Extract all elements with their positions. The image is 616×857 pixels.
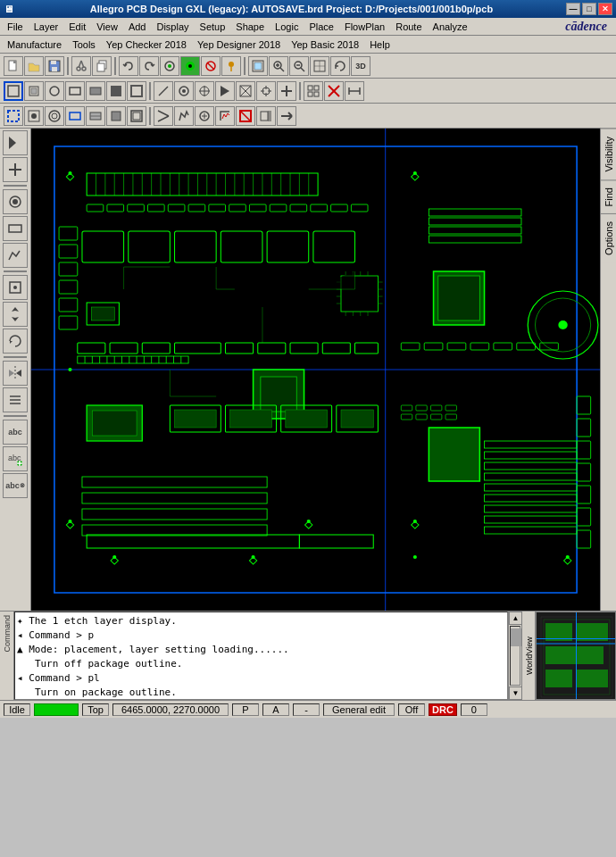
tb2-hollow[interactable] [127,81,146,101]
menu-place[interactable]: Place [304,20,339,34]
menu-yep-designer[interactable]: Yep Designer 2018 [192,37,286,52]
tb-zoom-fit[interactable] [248,56,268,76]
tb-zoom-out[interactable] [289,56,309,76]
tb3-btn5[interactable] [86,106,105,126]
tb3-btn3[interactable] [45,106,64,126]
tb-cut[interactable] [71,56,91,76]
tb2-target[interactable] [195,81,214,101]
minimap[interactable] [536,612,616,700]
tb2-delete[interactable] [324,81,344,101]
tb-new[interactable] [4,56,23,76]
tb3-btn13[interactable] [236,106,255,126]
maximize-button[interactable]: □ [582,3,596,15]
tb-copy[interactable] [92,56,112,76]
tb-refresh[interactable] [160,56,179,76]
tb3-btn6[interactable] [106,106,126,126]
close-button[interactable]: ✕ [598,3,612,15]
lt-pad[interactable] [3,216,28,241]
tb2-select[interactable] [4,81,23,101]
lt-add-text[interactable]: abc [3,446,28,471]
tb2-via[interactable] [174,81,194,101]
svg-point-11 [168,64,171,68]
status-idle: Idle [4,703,30,716]
menu-setup[interactable]: Setup [195,20,231,34]
tb2-dimension[interactable] [345,81,364,101]
tb2-crosshair[interactable] [256,81,276,101]
menu-manufacture[interactable]: Manufacture [2,37,67,52]
tb3-btn14[interactable] [256,106,276,126]
lt-route[interactable] [3,243,28,268]
tb3-btn4[interactable] [65,106,85,126]
tb2-play[interactable] [215,81,235,101]
menu-tools[interactable]: Tools [67,37,101,52]
tb2-line[interactable] [154,81,173,101]
menu-layer[interactable]: Layer [29,20,64,34]
console-line-5: ◂ Command > pl [17,671,505,686]
lt-spread[interactable] [3,387,28,412]
lt-arrow[interactable] [3,130,28,155]
tb2-circle[interactable] [45,81,64,101]
tb-highlight[interactable] [180,56,200,76]
tb3-btn15[interactable] [277,106,296,126]
tb2-rect2[interactable] [65,81,85,101]
tb-open[interactable] [24,56,44,76]
menu-logic[interactable]: Logic [270,20,304,34]
tab-visibility[interactable]: Visibility [601,129,616,179]
tab-options[interactable]: Options [601,213,616,262]
menu-shape[interactable]: Shape [230,20,270,34]
tb3-btn11[interactable] [195,106,214,126]
tb-dehighlight[interactable] [201,56,221,76]
lt-text[interactable]: abc [3,420,28,445]
tb3-select2[interactable] [4,106,23,126]
tb3-btn12[interactable] [215,106,235,126]
pcb-canvas-area[interactable] [31,129,600,611]
tb2-rect3[interactable] [86,81,105,101]
menu-display[interactable]: Display [151,20,194,34]
lt-rotate-2[interactable] [3,329,28,354]
lt-via[interactable] [3,189,28,214]
menu-yep-basic[interactable]: Yep Basic 2018 [286,37,364,52]
scroll-down[interactable]: ▼ [509,686,522,700]
tb2-cross[interactable] [236,81,255,101]
tb-save[interactable] [45,56,64,76]
menu-add[interactable]: Add [123,20,152,34]
menu-help[interactable]: Help [364,37,395,52]
menu-file[interactable]: File [2,20,29,34]
status-p[interactable]: P [232,703,259,716]
tb2-grid[interactable] [304,81,323,101]
tab-find[interactable]: Find [601,179,616,213]
tb2-solid[interactable] [106,81,126,101]
tb3-btn9[interactable] [154,106,173,126]
status-a[interactable]: A [262,703,289,716]
tb-redo[interactable] [139,56,159,76]
tb3-btn2[interactable] [24,106,44,126]
tb2-area[interactable] [24,81,44,101]
tb-rotate[interactable] [330,56,350,76]
minimize-button[interactable]: — [566,3,580,15]
menu-yep-checker[interactable]: Yep Checker 2018 [101,37,192,52]
menu-view[interactable]: View [91,20,123,34]
tb-pin[interactable] [221,56,241,76]
scroll-track[interactable] [510,626,520,686]
lt-plus[interactable] [3,157,28,182]
menu-edit[interactable]: Edit [63,20,91,34]
menu-flowplan[interactable]: FlowPlan [339,20,390,34]
lt-text2[interactable]: abc⊗ [3,473,28,498]
lt-mirror[interactable] [3,361,28,386]
menu-analyze[interactable]: Analyze [428,20,473,34]
tb-zoom-in[interactable] [269,56,288,76]
tb2-plus[interactable] [277,81,296,101]
separator-2 [114,57,116,75]
lt-move[interactable] [3,302,28,327]
tb3-btn10[interactable] [174,106,194,126]
svg-rect-145 [438,276,480,320]
svg-rect-34 [70,87,80,95]
console-area[interactable]: ✦ The 1 etch layer display. ◂ Command > … [14,612,508,700]
tb3-btn7[interactable] [127,106,146,126]
tb-undo[interactable] [119,56,138,76]
menu-route[interactable]: Route [390,20,427,34]
tb-zoom-world[interactable] [310,56,329,76]
scroll-up[interactable]: ▲ [509,612,522,625]
tb-3d[interactable]: 3D [351,56,370,76]
lt-place[interactable] [3,275,28,300]
